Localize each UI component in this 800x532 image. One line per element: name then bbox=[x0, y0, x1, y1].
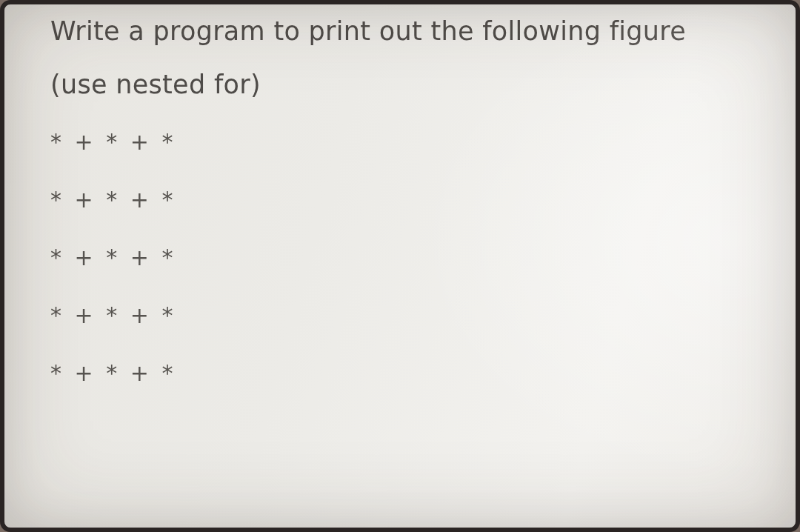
pattern-row: * + * + * bbox=[50, 247, 766, 269]
pattern-row: * + * + * bbox=[50, 131, 766, 153]
pattern-row: * + * + * bbox=[50, 362, 766, 385]
pattern-block: * + * + * * + * + * * + * + * * + * + * … bbox=[50, 131, 766, 385]
prompt-line-1: Write a program to print out the followi… bbox=[50, 16, 766, 46]
pattern-row: * + * + * bbox=[50, 189, 766, 211]
document-content: Write a program to print out the followi… bbox=[50, 16, 766, 520]
prompt-line-2: (use nested for) bbox=[50, 70, 766, 99]
document-frame: Write a program to print out the followi… bbox=[0, 0, 800, 532]
pattern-row: * + * + * bbox=[50, 305, 766, 327]
